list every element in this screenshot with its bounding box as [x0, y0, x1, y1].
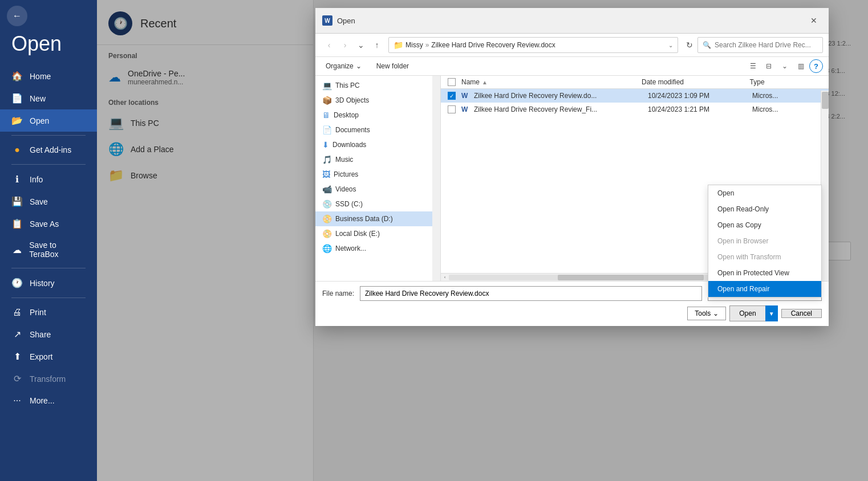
row-type-2: Micros... — [752, 105, 822, 113]
nav-music[interactable]: 🎵 Music — [315, 152, 440, 167]
checkbox-1[interactable]: ✓ — [448, 92, 456, 100]
nav-pictures-icon: 🖼 — [322, 170, 330, 179]
dialog-close-button[interactable]: ✕ — [806, 13, 822, 28]
dialog-toolbar: ‹ › ⌄ ↑ 📁 Missy » Zilkee Hard Drive Reco… — [315, 34, 829, 57]
search-bar[interactable]: 🔍 — [697, 37, 823, 53]
sidebar-item-transform[interactable]: ⟳ Transform — [0, 368, 97, 390]
address-bar[interactable]: 📁 Missy » Zilkee Hard Drive Recovery Rev… — [388, 37, 678, 53]
sidebar-item-export[interactable]: ⬆ Export — [0, 345, 97, 368]
nav-documents[interactable]: 📄 Documents — [315, 123, 440, 137]
tools-button[interactable]: Tools ⌄ — [687, 307, 726, 320]
sidebar-item-home[interactable]: 🏠 Home — [0, 65, 97, 87]
dropdown-open-as-copy[interactable]: Open as Copy — [708, 217, 821, 233]
nav-network[interactable]: 🌐 Network... — [315, 241, 440, 256]
table-row[interactable]: W Zilkee Hard Drive Recovery Review_Fi..… — [441, 103, 829, 116]
address-folder-name: Missy — [405, 41, 423, 49]
dialog-toolbar2: Organize ⌄ New folder ☰ ⊟ ⌄ ▥ ? — [315, 57, 829, 76]
row-filename-1: Zilkee Hard Drive Recovery Review.do... — [474, 92, 648, 100]
scrollbar-thumb — [822, 92, 829, 109]
nav-scrollbar[interactable] — [432, 76, 440, 281]
address-filename: Zilkee Hard Drive Recovery Review.docx — [431, 41, 555, 49]
cancel-button[interactable]: Cancel — [781, 309, 822, 318]
nav-3d-objects[interactable]: 📦 3D Objects — [315, 93, 440, 108]
col-date-header[interactable]: Date modified — [642, 78, 750, 86]
new-folder-button[interactable]: New folder — [372, 60, 413, 72]
dropdown-open-read-only[interactable]: Open Read-Only — [708, 201, 821, 217]
nav-docs-icon: 📄 — [322, 125, 332, 134]
nav-business-icon: 📀 — [322, 214, 332, 223]
nav-videos[interactable]: 📹 Videos — [315, 182, 440, 197]
row-word-icon-2: W — [461, 105, 474, 113]
main-content: 🕐 Recent Personal ☁ OneDrive - Pe... mun… — [97, 0, 868, 481]
dropdown-open-protected-view[interactable]: Open in Protected View — [708, 265, 821, 281]
new-doc-icon: 📄 — [11, 93, 23, 104]
row-date-1: 10/24/2023 1:09 PM — [648, 92, 752, 100]
header-checkbox[interactable] — [448, 78, 456, 86]
nav-ssd-icon: 💿 — [322, 199, 332, 209]
back-nav-button[interactable]: ‹ — [321, 37, 337, 53]
history-icon: 🕐 — [11, 278, 23, 288]
dropdown-open-and-repair[interactable]: Open and Repair — [708, 281, 821, 297]
organize-button[interactable]: Organize ⌄ — [321, 60, 366, 72]
nav-desktop[interactable]: 🖥 Desktop — [315, 108, 440, 123]
sidebar-item-save-terabox[interactable]: ☁ Save to TeraBox — [0, 235, 97, 264]
open-button-group: Open ▼ — [729, 305, 777, 321]
file-pane-scrollbar[interactable] — [821, 91, 829, 281]
row-check-2[interactable] — [448, 105, 461, 113]
dropdown-nav-button[interactable]: ⌄ — [353, 37, 369, 53]
nav-ssd-c[interactable]: 💿 SSD (C:) — [315, 197, 440, 211]
nav-pictures[interactable]: 🖼 Pictures — [315, 167, 440, 182]
share-icon: ↗ — [11, 329, 23, 340]
dropdown-open[interactable]: Open — [708, 185, 821, 201]
nav-this-pc[interactable]: 💻 This PC — [315, 78, 440, 93]
row-type-1: Micros... — [752, 92, 822, 100]
checkbox-2[interactable] — [448, 105, 456, 113]
sidebar-item-save[interactable]: 💾 Save — [0, 190, 97, 213]
nav-business-data[interactable]: 📀 Business Data (D:) — [315, 211, 440, 226]
sidebar-item-history[interactable]: 🕐 History — [0, 272, 97, 294]
address-separator: » — [425, 41, 429, 49]
help-button[interactable]: ? — [809, 59, 823, 73]
home-icon: 🏠 — [11, 71, 23, 81]
addins-dot-icon: ● — [11, 145, 23, 155]
sidebar-item-open[interactable]: 📂 Open — [0, 109, 97, 132]
col-name-header[interactable]: Name ▲ — [461, 78, 642, 86]
sidebar: ← Open 🏠 Home 📄 New 📂 Open ● Get Add-ins… — [0, 0, 97, 481]
sidebar-item-new[interactable]: 📄 New — [0, 87, 97, 109]
h-scroll-left-button[interactable]: ‹ — [441, 274, 449, 282]
address-chevron-icon[interactable]: ⌄ — [668, 42, 673, 48]
sidebar-item-addins[interactable]: ● Get Add-ins — [0, 139, 97, 161]
sidebar-item-print[interactable]: 🖨 Print — [0, 301, 97, 323]
transform-icon: ⟳ — [11, 373, 23, 384]
back-button[interactable]: ← — [7, 6, 27, 26]
filename-input[interactable] — [360, 286, 702, 301]
save-icon: 💾 — [11, 196, 23, 207]
sidebar-item-share[interactable]: ↗ Share — [0, 323, 97, 345]
forward-nav-button[interactable]: › — [337, 37, 353, 53]
sidebar-item-more[interactable]: ··· More... — [0, 390, 97, 411]
search-input[interactable] — [715, 41, 812, 49]
view-options-button[interactable]: ⌄ — [777, 59, 792, 73]
open-main-button[interactable]: Open — [729, 305, 765, 321]
nav-local-disk-icon: 📀 — [322, 229, 332, 238]
refresh-button[interactable]: ↻ — [682, 37, 697, 53]
details-view-button[interactable]: ⊟ — [761, 59, 776, 73]
sidebar-item-save-as[interactable]: 📋 Save As — [0, 213, 97, 235]
list-view-button[interactable]: ☰ — [745, 59, 760, 73]
sidebar-item-info[interactable]: ℹ Info — [0, 168, 97, 190]
preview-pane-button[interactable]: ▥ — [793, 59, 808, 73]
row-check-1[interactable]: ✓ — [448, 92, 461, 100]
row-word-icon-1: W — [461, 92, 474, 100]
dialog-title-text: Open — [337, 17, 355, 25]
open-dropdown-button[interactable]: ▼ — [765, 305, 778, 321]
sidebar-title: Open — [0, 32, 97, 65]
print-icon: 🖨 — [11, 307, 23, 317]
nav-local-disk-e[interactable]: 📀 Local Disk (E:) — [315, 226, 440, 241]
nav-downloads-icon: ⬇ — [322, 140, 329, 149]
nav-downloads[interactable]: ⬇ Downloads — [315, 137, 440, 152]
sort-arrow-icon: ▲ — [482, 79, 488, 85]
terabox-icon: ☁ — [11, 244, 22, 255]
up-nav-button[interactable]: ↑ — [369, 37, 385, 53]
table-row[interactable]: ✓ W Zilkee Hard Drive Recovery Review.do… — [441, 89, 829, 103]
col-type-header[interactable]: Type — [750, 78, 822, 86]
